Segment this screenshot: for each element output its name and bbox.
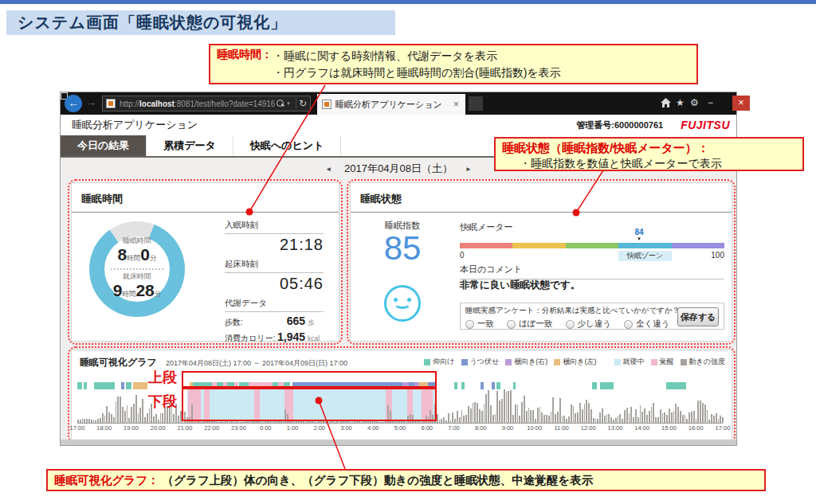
movement-bar bbox=[256, 420, 257, 423]
survey-option-4[interactable]: 全く違う bbox=[624, 318, 670, 330]
save-button[interactable]: 保存する bbox=[677, 307, 719, 326]
refresh-icon[interactable]: ↻ bbox=[299, 98, 307, 109]
survey-option-3[interactable]: 少し違う bbox=[566, 318, 612, 330]
radio-label: ほぼ一致 bbox=[519, 318, 553, 330]
movement-bar bbox=[432, 415, 434, 423]
movement-bar bbox=[528, 408, 530, 423]
radio-button-icon[interactable] bbox=[465, 320, 474, 329]
survey-option-1[interactable]: 一致 bbox=[465, 318, 494, 330]
orientation-segment-supine bbox=[77, 382, 82, 389]
orientation-segment-awake bbox=[249, 382, 273, 389]
movement-bar bbox=[131, 407, 132, 423]
legend-swatch bbox=[614, 359, 621, 365]
app-tab-3[interactable]: 快眠へのヒント bbox=[233, 135, 342, 156]
smiley-face-icon bbox=[384, 285, 421, 322]
movement-bar bbox=[465, 415, 467, 423]
app-title: 睡眠分析アプリケーション bbox=[72, 118, 198, 132]
new-tab-button[interactable] bbox=[469, 96, 483, 111]
movement-bar bbox=[102, 413, 104, 423]
movement-bar bbox=[106, 406, 108, 423]
movement-bar bbox=[638, 417, 639, 423]
legend-label: うつ伏せ bbox=[470, 357, 500, 367]
survey-box: 睡眠実感アンケート：分析結果は実感と比べていかがですか？ 一致ほぼ一致少し違う全… bbox=[460, 303, 724, 330]
radio-button-icon[interactable] bbox=[566, 320, 575, 329]
movement-bar bbox=[423, 420, 425, 423]
browser-tab[interactable]: 睡眠分析アプリケーション × bbox=[317, 94, 465, 115]
prev-day-arrow[interactable]: ◄ bbox=[325, 166, 332, 173]
movement-bar bbox=[597, 419, 598, 423]
movement-bar bbox=[532, 410, 534, 423]
sleep-onset-label: 入眠時刻 bbox=[225, 220, 324, 234]
meter-max-label: 100 bbox=[699, 251, 724, 260]
movement-bar bbox=[328, 421, 329, 423]
radio-button-icon[interactable] bbox=[507, 320, 516, 329]
movement-bar bbox=[336, 421, 338, 423]
movement-bar bbox=[463, 416, 465, 423]
minimize-button[interactable]: − bbox=[708, 97, 713, 108]
radio-label: 一致 bbox=[477, 318, 494, 330]
orientation-segment-supine bbox=[273, 382, 278, 389]
movement-bar bbox=[265, 421, 266, 424]
movement-bar bbox=[519, 416, 520, 423]
movement-bar bbox=[406, 422, 407, 423]
movement-bar bbox=[111, 414, 112, 423]
movement-bar bbox=[144, 417, 146, 423]
movement-bar bbox=[316, 422, 318, 423]
movement-bar bbox=[356, 421, 358, 423]
axis-tick-label: 21:00 bbox=[178, 424, 193, 432]
favorites-star-icon[interactable]: ★ bbox=[676, 97, 685, 108]
movement-bar bbox=[535, 419, 536, 423]
tab-close-icon[interactable]: × bbox=[452, 99, 461, 110]
page: { "page": { "title": "システム画面「睡眠状態の可視化」" … bbox=[0, 0, 816, 504]
movement-bar bbox=[468, 406, 469, 423]
axis-tick-label: 8:00 bbox=[475, 424, 487, 432]
survey-option-2[interactable]: ほぼ一致 bbox=[507, 318, 553, 330]
movement-bar bbox=[334, 422, 335, 423]
movement-bar bbox=[646, 415, 648, 423]
movement-bar bbox=[80, 420, 81, 423]
movement-bar bbox=[138, 413, 139, 423]
movement-bar bbox=[180, 411, 182, 423]
movement-bar bbox=[242, 422, 244, 423]
movement-bar bbox=[582, 409, 583, 423]
movement-bar bbox=[590, 409, 592, 423]
movement-bar bbox=[116, 401, 117, 423]
movement-bar bbox=[251, 421, 253, 423]
legend-swatch bbox=[681, 359, 687, 365]
axis-tick-label: 15:00 bbox=[661, 424, 677, 432]
settings-gear-icon[interactable]: ⚙ bbox=[690, 97, 699, 108]
page-title: システム画面「睡眠状態の可視化」 bbox=[6, 10, 395, 35]
home-icon[interactable] bbox=[661, 98, 671, 110]
movement-bar bbox=[220, 421, 222, 423]
movement-bar bbox=[559, 398, 561, 423]
dropdown-icon[interactable]: ▼ bbox=[286, 101, 291, 106]
movement-bar bbox=[381, 422, 382, 423]
address-bar[interactable]: http://localhost:8081/test/hello?date=14… bbox=[102, 96, 311, 111]
comment-label: 本日のコメント bbox=[460, 264, 724, 279]
calories-unit: kcal bbox=[308, 334, 324, 342]
movement-bar bbox=[191, 404, 193, 423]
app-tab-2[interactable]: 累積データ bbox=[146, 135, 233, 156]
close-button[interactable]: × bbox=[732, 96, 750, 111]
movement-bar bbox=[372, 421, 374, 423]
radio-button-icon[interactable] bbox=[624, 320, 633, 329]
forward-button[interactable]: → bbox=[86, 96, 96, 108]
movement-bar bbox=[686, 419, 688, 423]
app-tab-1[interactable]: 今日の結果 bbox=[61, 135, 146, 156]
next-day-arrow[interactable]: ► bbox=[465, 166, 472, 173]
movement-bar bbox=[700, 400, 701, 423]
graph-date-range: 2017年04月08日(土) 17:00 ～ 2017年04月09日(日) 17… bbox=[166, 358, 347, 369]
movement-bar bbox=[495, 414, 496, 423]
movement-bar bbox=[595, 419, 597, 423]
callout-graph-label: 睡眠可視化グラフ： bbox=[54, 474, 159, 486]
axis-tick-label: 9:00 bbox=[502, 424, 514, 432]
search-icon[interactable] bbox=[277, 100, 284, 107]
url-text[interactable]: http://localhost:8081/test/hello?date=14… bbox=[120, 100, 275, 108]
movement-bar bbox=[479, 409, 481, 423]
movement-bar bbox=[289, 420, 291, 423]
movement-bar bbox=[669, 408, 670, 423]
movement-bar bbox=[133, 404, 135, 423]
back-button[interactable]: ← bbox=[65, 95, 82, 112]
steps-value: 665 bbox=[287, 315, 305, 327]
movement-bar bbox=[332, 421, 333, 423]
